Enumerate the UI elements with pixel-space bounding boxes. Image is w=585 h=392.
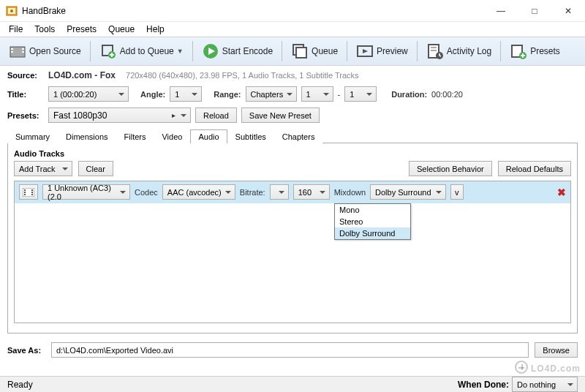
tab-filters[interactable]: Filters — [116, 129, 154, 143]
tab-dimensions[interactable]: Dimensions — [58, 129, 116, 143]
minimize-button[interactable]: — — [484, 0, 518, 22]
mixdown-select[interactable]: Dolby Surround — [370, 184, 446, 200]
browse-button[interactable]: Browse — [535, 342, 578, 358]
open-source-label: Open Source — [29, 46, 81, 56]
tab-summary[interactable]: Summary — [7, 129, 58, 143]
svg-rect-22 — [24, 192, 26, 193]
add-to-queue-button[interactable]: Add to Queue ▼ — [95, 41, 188, 61]
play-icon — [202, 42, 219, 60]
source-name: LO4D.com - Fox — [48, 70, 116, 80]
tabs: Summary Dimensions Filters Video Audio S… — [7, 129, 578, 143]
mixdown-option-mono[interactable]: Mono — [335, 204, 410, 216]
svg-rect-5 — [11, 51, 13, 53]
codec-select[interactable]: AAC (avcodec) — [162, 184, 235, 200]
start-encode-button[interactable]: Start Encode — [197, 41, 277, 61]
globe-icon — [515, 361, 528, 374]
svg-rect-12 — [296, 48, 306, 58]
add-track-button[interactable]: Add Track — [14, 161, 72, 176]
close-button[interactable]: ✕ — [551, 0, 585, 22]
menu-tools[interactable]: Tools — [29, 23, 61, 36]
tab-video[interactable]: Video — [154, 129, 190, 143]
range-type-select[interactable]: Chapters — [246, 86, 297, 102]
queue-label: Queue — [312, 46, 338, 56]
tab-chapters[interactable]: Chapters — [274, 129, 323, 143]
presets-label: Presets: — [7, 111, 44, 120]
menu-queue[interactable]: Queue — [102, 23, 140, 36]
range-to-select[interactable]: 1 — [344, 86, 377, 102]
save-new-preset-button[interactable]: Save New Preset — [241, 108, 320, 123]
selection-behavior-button[interactable]: Selection Behavior — [409, 161, 492, 176]
activity-log-button[interactable]: Activity Log — [422, 41, 496, 61]
expand-track-button[interactable]: v — [450, 184, 464, 200]
save-as-label: Save As: — [7, 346, 45, 355]
toolbar-separator — [282, 41, 282, 61]
titlebar: HandBrake — □ ✕ — [0, 0, 585, 22]
audio-track-list: 1 Unknown (AC3) (2.0 Codec AAC (avcodec)… — [14, 181, 571, 323]
audio-tracks-title: Audio Tracks — [14, 149, 571, 158]
menu-file[interactable]: File — [3, 23, 29, 36]
reload-defaults-button[interactable]: Reload Defaults — [498, 161, 571, 176]
track-source-select[interactable]: 1 Unknown (AC3) (2.0 — [42, 184, 130, 200]
add-to-queue-label: Add to Queue — [120, 46, 174, 56]
reload-button[interactable]: Reload — [195, 108, 237, 123]
audio-panel: Audio Tracks Add Track Clear Selection B… — [7, 143, 578, 333]
when-done-label: When Done: — [458, 380, 509, 390]
duration-value: 00:00:20 — [431, 90, 463, 99]
chevron-right-icon: ▸ — [172, 111, 176, 119]
mixdown-option-dolby-surround[interactable]: Dolby Surround — [335, 227, 410, 239]
svg-rect-23 — [24, 194, 26, 195]
save-as-input[interactable] — [51, 342, 529, 358]
tab-audio[interactable]: Audio — [190, 129, 227, 143]
range-from-select[interactable]: 1 — [301, 86, 333, 102]
toolbar-separator — [192, 41, 193, 61]
mixdown-dropdown: Mono Stereo Dolby Surround — [334, 203, 411, 240]
bitrate-mode-select[interactable] — [270, 184, 289, 200]
svg-point-2 — [10, 10, 13, 12]
svg-rect-4 — [11, 48, 13, 50]
mixdown-option-stereo[interactable]: Stereo — [335, 216, 410, 227]
bitrate-label: Bitrate: — [240, 188, 265, 197]
presets-button[interactable]: Presets — [505, 41, 565, 61]
start-encode-label: Start Encode — [222, 46, 273, 56]
window-title: HandBrake — [22, 6, 484, 16]
queue-button[interactable]: Queue — [287, 41, 342, 61]
title-select[interactable]: 1 (00:00:20) — [48, 86, 129, 102]
watermark: LO4D.com — [515, 361, 581, 374]
track-handle-icon[interactable] — [19, 184, 38, 200]
source-row: Source: LO4D.com - Fox 720x480 (640x480)… — [7, 70, 578, 80]
presets-row: Presets: Fast 1080p30 ▸ Reload Save New … — [7, 108, 578, 123]
svg-rect-25 — [31, 192, 33, 193]
svg-rect-24 — [31, 189, 33, 191]
toolbar-separator — [417, 41, 418, 61]
maximize-button[interactable]: □ — [518, 0, 551, 22]
when-done-select[interactable]: Do nothing — [512, 377, 578, 392]
presets-icon — [510, 42, 527, 60]
add-to-queue-icon — [99, 42, 117, 60]
duration-label: Duration: — [391, 90, 427, 99]
preset-value: Fast 1080p30 — [53, 110, 107, 121]
range-separator: - — [338, 90, 341, 99]
window-controls: — □ ✕ — [484, 0, 585, 22]
activity-log-icon — [426, 42, 444, 60]
menu-help[interactable]: Help — [140, 23, 170, 36]
toolbar-separator — [347, 41, 347, 61]
bitrate-value-select[interactable]: 160 — [293, 184, 330, 200]
preset-select[interactable]: Fast 1080p30 ▸ — [48, 108, 191, 123]
open-source-button[interactable]: Open Source — [4, 41, 86, 61]
preview-label: Preview — [377, 46, 408, 56]
clear-button[interactable]: Clear — [78, 161, 113, 176]
preview-button[interactable]: Preview — [352, 41, 412, 61]
tab-subtitles[interactable]: Subtitles — [227, 129, 274, 143]
menubar: File Tools Presets Queue Help — [0, 22, 585, 37]
codec-label: Codec — [135, 188, 158, 197]
svg-rect-21 — [24, 189, 26, 191]
title-row: Title: 1 (00:00:20) Angle: 1 Range: Chap… — [7, 86, 578, 102]
add-to-queue-dropdown-icon: ▼ — [177, 48, 184, 55]
angle-select[interactable]: 1 — [170, 86, 202, 102]
audio-track-row: 1 Unknown (AC3) (2.0 Codec AAC (avcodec)… — [15, 181, 570, 203]
main-content: Source: LO4D.com - Fox 720x480 (640x480)… — [0, 66, 585, 338]
remove-track-icon[interactable]: ✖ — [557, 186, 566, 198]
preview-icon — [356, 42, 374, 60]
toolbar-separator — [90, 41, 91, 61]
menu-presets[interactable]: Presets — [61, 23, 102, 36]
